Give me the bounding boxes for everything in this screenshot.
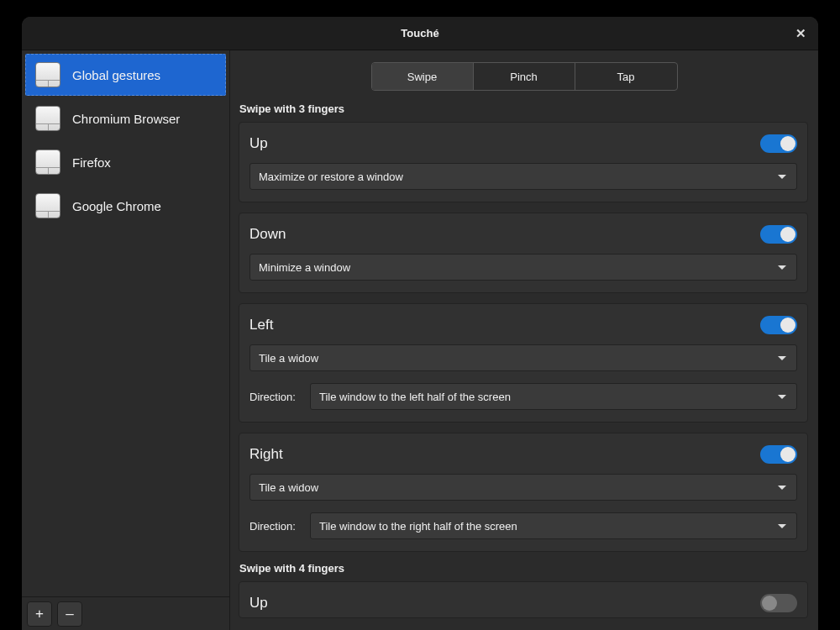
- trackpad-icon: [35, 62, 60, 87]
- sidebar-item-global[interactable]: Global gestures: [25, 54, 226, 96]
- minus-icon: –: [66, 606, 73, 622]
- enable-switch[interactable]: [760, 316, 797, 334]
- direction-row: Direction: Tile window to the left half …: [249, 383, 797, 410]
- gesture-name: Up: [249, 135, 268, 152]
- sidebar-footer: + –: [22, 596, 229, 630]
- tab-switcher: Swipe Pinch Tap: [371, 62, 678, 91]
- gesture-name: Right: [249, 446, 283, 463]
- dropdown-value: Tile window to the left half of the scre…: [319, 391, 511, 403]
- enable-switch[interactable]: [760, 225, 797, 244]
- sidebar-item-label: Firefox: [72, 155, 111, 170]
- tab-pinch[interactable]: Pinch: [474, 63, 575, 90]
- trackpad-icon: [35, 193, 60, 218]
- tab-swipe[interactable]: Swipe: [372, 63, 474, 90]
- add-button[interactable]: +: [27, 601, 52, 627]
- switch-knob: [780, 136, 795, 151]
- gesture-header: Up: [249, 134, 797, 153]
- sidebar: Global gestures Chromium Browser Firefox…: [22, 50, 230, 630]
- section-title-3f: Swipe with 3 fingers: [239, 102, 808, 115]
- gesture-header: Left: [249, 316, 797, 334]
- dropdown-value: Tile a widow: [259, 481, 318, 494]
- tabs-row: Swipe Pinch Tap: [230, 50, 818, 97]
- action-dropdown[interactable]: Maximize or restore a window: [249, 163, 797, 190]
- direction-row: Direction: Tile window to the right half…: [249, 512, 797, 539]
- gesture-panel-right-3f: Right Tile a widow Direction: Tile windo…: [239, 433, 808, 552]
- gesture-panel-down-3f: Down Minimize a window: [239, 213, 808, 293]
- direction-label: Direction:: [249, 391, 298, 403]
- sidebar-item-chromium[interactable]: Chromium Browser: [25, 97, 226, 139]
- plus-icon: +: [35, 606, 44, 622]
- direction-label: Direction:: [249, 520, 298, 533]
- action-dropdown[interactable]: Tile a widow: [249, 344, 797, 371]
- window-title: Touché: [401, 27, 438, 39]
- switch-knob: [780, 318, 795, 333]
- action-dropdown[interactable]: Tile a widow: [249, 474, 797, 501]
- switch-knob: [780, 447, 795, 462]
- sidebar-item-chrome[interactable]: Google Chrome: [25, 185, 226, 227]
- section-title-4f: Swipe with 4 fingers: [239, 562, 808, 575]
- sidebar-item-label: Global gestures: [72, 68, 160, 82]
- switch-knob: [780, 227, 795, 242]
- gesture-panel-left-3f: Left Tile a widow Direction: Tile window…: [239, 303, 808, 423]
- trackpad-icon: [35, 150, 60, 175]
- gesture-header: Right: [249, 445, 797, 464]
- enable-switch[interactable]: [760, 594, 797, 612]
- action-dropdown[interactable]: Minimize a window: [249, 254, 797, 281]
- enable-switch[interactable]: [760, 445, 797, 464]
- gesture-name: Left: [249, 317, 273, 333]
- dropdown-value: Minimize a window: [259, 261, 350, 274]
- gesture-panel-up-4f: Up: [239, 581, 808, 618]
- tab-label: Pinch: [510, 71, 538, 83]
- direction-dropdown[interactable]: Tile window to the right half of the scr…: [310, 512, 797, 539]
- sidebar-item-firefox[interactable]: Firefox: [25, 141, 226, 183]
- dropdown-value: Maximize or restore a window: [259, 171, 403, 183]
- tab-label: Swipe: [407, 71, 437, 83]
- gesture-header: Down: [249, 225, 797, 244]
- tab-label: Tap: [617, 71, 635, 83]
- scroll-area[interactable]: Swipe with 3 fingers Up Maximize or rest…: [230, 97, 818, 630]
- gesture-name: Down: [249, 226, 286, 243]
- remove-button[interactable]: –: [57, 601, 82, 627]
- gesture-panel-up-3f: Up Maximize or restore a window: [239, 122, 808, 202]
- close-icon[interactable]: ✕: [795, 26, 806, 41]
- titlebar: Touché ✕: [22, 17, 818, 50]
- sidebar-item-label: Chromium Browser: [72, 112, 180, 126]
- sidebar-item-label: Google Chrome: [72, 199, 161, 213]
- sidebar-list: Global gestures Chromium Browser Firefox…: [22, 50, 229, 596]
- direction-dropdown[interactable]: Tile window to the left half of the scre…: [310, 383, 797, 410]
- enable-switch[interactable]: [760, 134, 797, 153]
- window-body: Global gestures Chromium Browser Firefox…: [22, 50, 818, 630]
- dropdown-value: Tile a widow: [259, 352, 318, 365]
- main-panel: Swipe Pinch Tap Swipe with 3 fingers Up: [230, 50, 818, 630]
- switch-knob: [762, 596, 777, 611]
- gesture-name: Up: [249, 595, 268, 612]
- gesture-header: Up: [249, 594, 797, 612]
- tab-tap[interactable]: Tap: [575, 63, 677, 90]
- app-window: Touché ✕ Global gestures Chromium Browse…: [22, 17, 818, 630]
- trackpad-icon: [35, 106, 60, 131]
- dropdown-value: Tile window to the right half of the scr…: [319, 520, 517, 533]
